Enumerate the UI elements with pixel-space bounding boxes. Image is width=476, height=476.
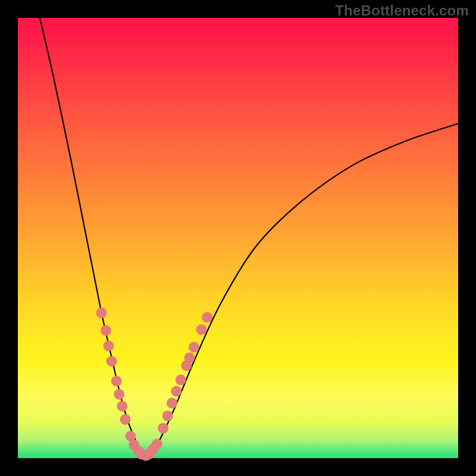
marker-dot [111, 376, 122, 387]
marker-dot [196, 324, 207, 335]
bottleneck-curve [40, 18, 458, 456]
marker-dot [189, 342, 199, 353]
chart-frame: TheBottleneck.com [0, 0, 476, 476]
marker-dot [171, 386, 181, 397]
marker-dot [117, 401, 127, 412]
marker-dot [184, 352, 195, 363]
marker-dot [120, 414, 131, 425]
marker-dot [176, 374, 186, 385]
marker-dot [202, 312, 212, 322]
highlight-markers [96, 308, 213, 461]
marker-dot [167, 398, 177, 409]
chart-svg [18, 18, 458, 458]
marker-dot [152, 439, 162, 449]
marker-dot [103, 340, 114, 351]
marker-dot [101, 325, 111, 336]
plot-area [18, 18, 458, 458]
watermark-text: TheBottleneck.com [335, 2, 469, 19]
marker-dot [114, 389, 124, 400]
marker-dot [162, 411, 173, 421]
marker-dot [107, 356, 117, 367]
marker-dot [96, 308, 107, 318]
marker-dot [158, 423, 168, 434]
